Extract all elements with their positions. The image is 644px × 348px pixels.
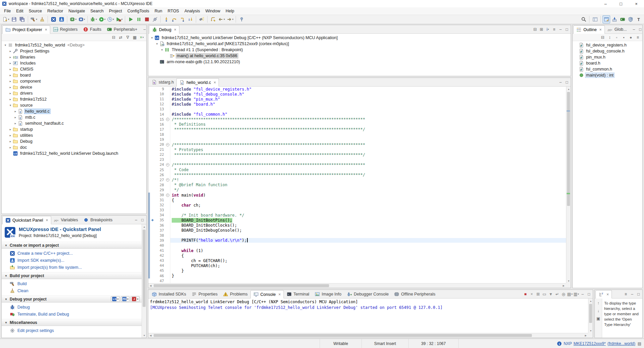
instruction-stepping-button[interactable]: i [186,15,194,23]
pemicro-probe-dropdown[interactable]: PE▾ [121,296,130,302]
project-tree-row[interactable]: ▾frdmke17z512_hello_world<Debug> [2,42,146,48]
breakpoint-gutter[interactable] [150,183,155,188]
breakpoint-gutter[interactable] [150,92,155,97]
create-new-project-link[interactable]: Create a new C/C++ project... [4,250,142,257]
debug-tree-row[interactable]: ▾1011frdmke17z512_hello_world.axf [MKE17… [148,41,571,47]
console-horizontal-scrollbar[interactable]: ◀▶ [148,333,588,338]
chevron-collapsed-icon[interactable]: ▸ [8,146,13,149]
breakpoint-gutter[interactable] [150,102,155,107]
scroll-down-icon[interactable]: ▼ [142,333,146,338]
chevron-collapsed-icon[interactable]: ▸ [8,49,13,53]
chevron-collapsed-icon[interactable]: ▸ [8,55,13,59]
project-tree-row[interactable]: ▸0110Binaries [2,54,146,60]
hide-fields-button[interactable]: ▫ [614,34,620,40]
chevron-expanded-icon[interactable]: ▾ [160,48,164,51]
tab-project-explorer[interactable]: Project Explorer× [2,25,50,34]
quickstart-section-header[interactable]: ▾Miscellaneous [2,319,142,326]
text-editing-perspective-button[interactable]: T [635,15,642,23]
code-line[interactable]: 46} [148,273,566,278]
device-project-link[interactable]: (frdmke...world) [608,341,635,346]
terminate-button[interactable]: ■ [522,291,529,297]
clear-console-button[interactable]: ▭ [541,291,548,297]
tab-view[interactable]: T× [595,290,612,299]
edit-project-settings-link[interactable]: Edit project settings [4,327,142,334]
code-line[interactable]: 26 *************************************… [148,172,566,178]
open-console-button[interactable]: ▥▾ [573,291,579,297]
clean-button[interactable] [38,15,46,23]
open-perspective-button[interactable] [591,15,599,23]
outline-item[interactable]: #fsl_device_registers.h [573,42,642,48]
fold-marker-icon[interactable]: − [165,117,170,122]
tab-properties[interactable]: Properties [189,290,220,298]
breakpoint-gutter[interactable] [150,178,155,183]
fold-marker-icon[interactable]: − [165,178,170,183]
forward-button[interactable]: ▾ [226,15,234,23]
fold-marker-icon[interactable]: − [165,162,170,167]
remove-launch-button[interactable]: × [529,291,535,297]
code-line[interactable]: 35 BOARD_InitBootPins(); [148,218,566,223]
tab-registers[interactable]: 1010Registers [50,25,80,33]
code-line[interactable]: 17 *************************************… [148,127,566,132]
scroll-left-icon[interactable]: ◀ [148,283,153,288]
quickstart-section-header[interactable]: ▾Build your project [2,272,142,279]
debug-button[interactable]: ▾ [89,15,98,23]
editor-vertical-scrollbar[interactable]: ▲▼ [566,87,571,283]
view-menu-button[interactable]: ≡ [635,34,641,40]
scrollbar-thumb[interactable] [154,284,329,287]
breakpoint-gutter[interactable] [150,268,155,273]
code-line[interactable]: 18 [148,132,566,137]
fold-marker-icon[interactable]: − [165,142,170,147]
outline-item[interactable]: #pin_mux.h [573,54,642,60]
breakpoint-gutter[interactable] [150,157,155,162]
section-twistie-icon[interactable]: ▾ [4,321,8,324]
scrollbar-thumb[interactable] [567,92,570,206]
menu-help[interactable]: Help [223,8,237,14]
minimize-window-button[interactable]: – [598,0,613,7]
table-grid-button[interactable]: ▦ [132,34,138,40]
terminate-build-debug-link[interactable]: Terminate, Build and Debug [4,311,142,318]
chevron-collapsed-icon[interactable]: ▸ [8,80,13,83]
breakpoint-gutter[interactable] [150,203,155,208]
breakpoint-gutter[interactable] [150,172,155,178]
project-tree-row[interactable]: ▸startup [2,126,146,132]
scroll-down-icon[interactable]: ▼ [566,278,571,283]
breakpoint-gutter[interactable] [150,243,155,248]
debug-tree-row[interactable]: ▾Thread #1 1 (Suspended : Breakpoint) [148,47,571,53]
chevron-collapsed-icon[interactable]: ▸ [8,128,13,131]
close-tab-icon[interactable]: × [45,27,47,32]
project-tree-row[interactable]: ▸device [2,84,146,90]
develop-perspective-button[interactable] [602,15,610,23]
tab-hello-world-c[interactable]: chello_world.c× [176,78,219,87]
minimize-view-button[interactable]: – [579,291,586,297]
maximize-view-button[interactable]: □ [635,291,642,297]
outline-item[interactable]: main(void) : int [573,72,642,78]
tab-glob-[interactable]: (x)=Glob... [605,25,630,33]
scrollbar-thumb[interactable] [154,334,532,337]
menu-run[interactable]: Run [152,8,165,14]
project-tree-row[interactable]: ▾source [2,102,146,108]
chevron-collapsed-icon[interactable]: ▸ [13,116,18,119]
save-button[interactable] [10,15,18,23]
quick-search-button[interactable] [580,15,587,23]
maximize-view-button[interactable]: □ [564,79,570,85]
breakpoint-gutter[interactable] [150,152,155,157]
breakpoint-gutter[interactable] [150,228,155,233]
tab-peripherals-[interactable]: Peripherals+ [104,25,140,33]
code-line[interactable]: 43 ch = GETCHAR(); [148,258,566,263]
breakpoint-gutter[interactable] [150,132,155,137]
breakpoint-gutter[interactable] [150,193,155,198]
tab-quickstart-panel[interactable]: Quickstart Panel× [2,216,51,224]
breakpoint-gutter[interactable] [150,273,155,278]
outline-item[interactable]: #fsl_debug_console.h [573,48,642,54]
peripherals-perspective-button[interactable] [619,15,626,23]
chevron-collapsed-icon[interactable]: ▸ [8,68,13,71]
pin-console-button[interactable]: ◎ [560,291,567,297]
breakpoint-gutter[interactable] [150,248,155,253]
maximize-view-button[interactable]: □ [586,291,592,297]
code-line[interactable]: 33 [148,208,566,213]
import-from-filesystem-link[interactable]: Import project(s) from file system... [4,264,142,271]
quickstart-section-header[interactable]: ▾Debug your projectLS▾PE▾J▾ [2,296,142,303]
external-tools-button[interactable]: ▾ [115,15,124,23]
tab-stdarg-h[interactable]: hstdarg.h [149,78,176,86]
build-link[interactable]: Build [4,280,142,287]
